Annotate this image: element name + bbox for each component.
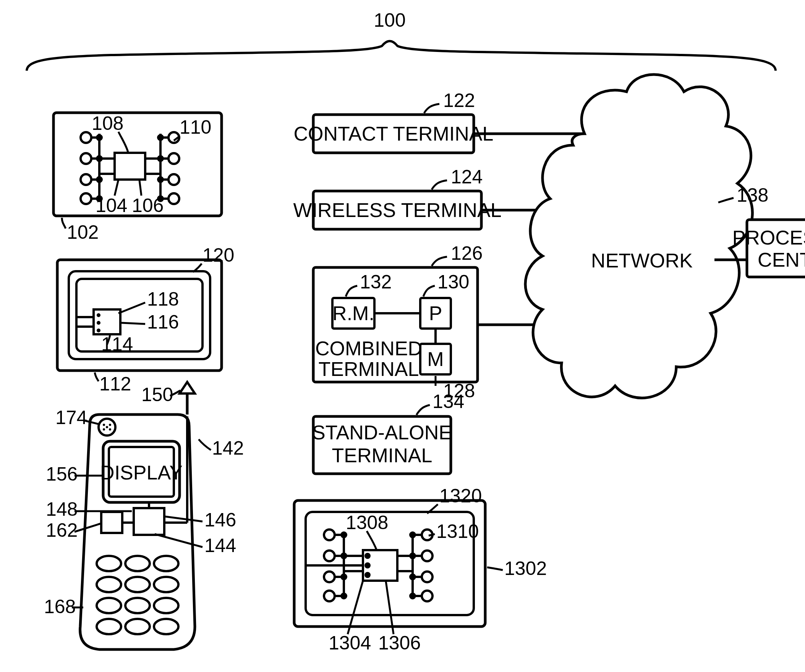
p-ref: 130 xyxy=(437,271,469,292)
ref-144: 144 xyxy=(204,535,236,556)
svg-point-78 xyxy=(125,598,150,613)
processing-center-label-1: PROCESSING xyxy=(733,227,805,249)
svg-point-27 xyxy=(80,193,91,204)
svg-point-115 xyxy=(422,591,432,601)
svg-line-56 xyxy=(122,323,145,324)
combined-terminal-label-1: COMBINED xyxy=(315,337,422,360)
ref-156: 156 xyxy=(46,463,77,485)
standalone-ref: 134 xyxy=(432,391,464,412)
svg-point-52 xyxy=(97,313,100,317)
svg-point-109 xyxy=(422,550,432,561)
svg-point-82 xyxy=(154,619,178,634)
svg-rect-46 xyxy=(58,260,222,371)
svg-point-21 xyxy=(80,153,91,164)
ref-108: 108 xyxy=(92,113,123,134)
wireless-card-112: 120 118 116 114 112 xyxy=(58,245,234,394)
ref-168: 168 xyxy=(44,596,76,617)
standalone-terminal: STAND-ALONE TERMINAL 134 xyxy=(312,391,464,474)
ref-116: 116 xyxy=(147,311,179,333)
contact-terminal-ref: 122 xyxy=(443,90,475,111)
svg-point-80 xyxy=(97,619,121,634)
svg-point-73 xyxy=(154,556,178,571)
ref-114: 114 xyxy=(101,334,133,355)
phone-142: DISPLAY 150 174 142 156 148 162 146 144 … xyxy=(44,382,244,649)
ref-110: 110 xyxy=(179,117,211,138)
svg-rect-41 xyxy=(115,153,145,179)
figure-brace: 100 xyxy=(27,10,775,71)
svg-point-33 xyxy=(169,153,179,164)
svg-point-112 xyxy=(422,572,432,582)
svg-point-100 xyxy=(324,572,335,582)
phone-display-label: DISPLAY xyxy=(100,462,182,484)
svg-point-124 xyxy=(366,573,370,577)
ref-146: 146 xyxy=(204,509,236,531)
svg-point-61 xyxy=(103,428,105,430)
ref-104: 104 xyxy=(95,195,127,216)
svg-point-18 xyxy=(80,132,91,143)
svg-point-53 xyxy=(97,321,100,325)
standalone-label-2: TERMINAL xyxy=(332,444,432,467)
svg-point-63 xyxy=(106,426,108,428)
standalone-label-1: STAND-ALONE xyxy=(312,421,452,444)
svg-rect-67 xyxy=(134,508,164,535)
svg-point-39 xyxy=(169,193,179,204)
rm-ref: 132 xyxy=(360,271,392,292)
svg-point-97 xyxy=(324,550,335,561)
svg-point-36 xyxy=(169,174,179,185)
svg-point-75 xyxy=(125,577,150,592)
ref-174: 174 xyxy=(56,407,87,428)
contact-card-102: 108 110 104 106 102 xyxy=(54,113,222,243)
ref-1308: 1308 xyxy=(346,512,388,533)
network-label: NETWORK xyxy=(591,250,693,272)
svg-point-122 xyxy=(366,554,370,558)
svg-point-79 xyxy=(154,598,178,613)
svg-point-123 xyxy=(366,564,370,567)
figure-ref: 100 xyxy=(374,10,405,31)
svg-point-72 xyxy=(125,556,150,571)
ref-142: 142 xyxy=(212,437,244,459)
contact-terminal-label: CONTACT TERMINAL xyxy=(294,123,494,145)
svg-point-62 xyxy=(109,428,111,430)
ref-1310: 1310 xyxy=(436,521,479,542)
ref-118: 118 xyxy=(147,288,179,310)
ref-120: 120 xyxy=(202,245,234,266)
ref-1306: 1306 xyxy=(378,632,421,654)
svg-point-74 xyxy=(97,577,121,592)
ref-150: 150 xyxy=(141,384,173,405)
svg-point-71 xyxy=(97,556,121,571)
ref-1304: 1304 xyxy=(329,632,371,654)
wireless-terminal-label: WIRELESS TERMINAL xyxy=(293,199,501,221)
svg-point-77 xyxy=(97,598,121,613)
svg-point-24 xyxy=(80,174,91,185)
svg-point-81 xyxy=(125,619,150,634)
svg-point-76 xyxy=(154,577,178,592)
m-label: M xyxy=(427,348,444,370)
processing-center-label-2: CENTER xyxy=(757,249,805,271)
ref-102: 102 xyxy=(67,222,99,243)
svg-point-59 xyxy=(103,424,105,426)
wireless-terminal-ref: 124 xyxy=(451,166,483,187)
ref-112: 112 xyxy=(99,373,131,394)
network-ref: 138 xyxy=(737,184,768,206)
rm-label: R.M. xyxy=(332,302,375,324)
ref-148: 148 xyxy=(46,499,77,520)
wireless-terminal: WIRELESS TERMINAL 124 xyxy=(293,166,569,229)
ref-1320: 1320 xyxy=(439,485,482,506)
p-label: P xyxy=(429,302,442,324)
svg-point-60 xyxy=(109,424,111,426)
svg-rect-66 xyxy=(101,512,122,533)
ref-162: 162 xyxy=(46,519,77,541)
contact-terminal: CONTACT TERMINAL 122 xyxy=(294,90,585,153)
combined-card-1302: 1320 1308 1310 1304 1306 1302 xyxy=(294,485,547,654)
ref-1302: 1302 xyxy=(504,558,547,579)
svg-point-94 xyxy=(324,529,335,540)
svg-point-54 xyxy=(97,329,100,332)
ref-106: 106 xyxy=(132,195,164,216)
combined-terminal-label-2: TERMINAL xyxy=(319,358,419,380)
svg-point-103 xyxy=(324,591,335,601)
combined-terminal-ref: 126 xyxy=(451,243,483,264)
